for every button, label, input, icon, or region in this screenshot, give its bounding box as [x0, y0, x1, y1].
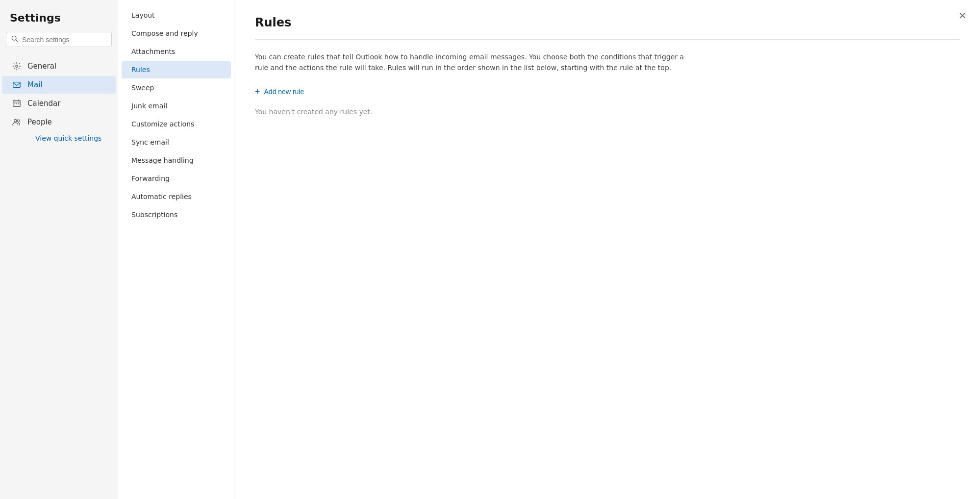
add-rule-label: Add new rule [264, 88, 304, 96]
subnav-item-message-handling[interactable]: Message handling [122, 151, 231, 169]
subnav-item-automatic-replies[interactable]: Automatic replies [122, 188, 231, 205]
gear-icon [12, 61, 22, 71]
add-new-rule-button[interactable]: + Add new rule [255, 85, 304, 98]
subnav-item-junk-email[interactable]: Junk email [122, 97, 231, 115]
sidebar-item-people-label: People [27, 118, 52, 126]
svg-point-9 [17, 120, 20, 122]
sidebar-item-mail[interactable]: Mail [2, 76, 116, 94]
sidebar-item-mail-label: Mail [27, 80, 42, 89]
search-input[interactable] [22, 36, 106, 44]
svg-rect-7 [18, 103, 19, 104]
empty-state-text: You haven't created any rules yet. [255, 108, 960, 116]
subnav-item-sweep[interactable]: Sweep [122, 79, 231, 97]
svg-rect-6 [16, 103, 17, 104]
subnav-item-attachments[interactable]: Attachments [122, 43, 231, 60]
subnav-item-subscriptions[interactable]: Subscriptions [122, 206, 231, 224]
sidebar-item-calendar-label: Calendar [27, 99, 60, 108]
svg-point-2 [16, 65, 18, 68]
subnav-item-compose-reply[interactable]: Compose and reply [122, 25, 231, 42]
sidebar-item-general[interactable]: General [2, 57, 116, 75]
sidebar-item-general-label: General [27, 62, 56, 71]
calendar-icon [12, 99, 22, 108]
page-title: Rules [255, 16, 960, 29]
subnav-item-layout[interactable]: Layout [122, 6, 231, 24]
close-button[interactable]: ✕ [955, 8, 970, 24]
settings-title: Settings [0, 12, 118, 32]
people-icon [12, 117, 22, 127]
sidebar: Settings General Mail [0, 0, 118, 499]
main-content: ✕ Rules You can create rules that tell O… [235, 0, 980, 499]
sidebar-item-people[interactable]: People [2, 113, 116, 131]
subnav-item-rules[interactable]: Rules [122, 61, 231, 78]
svg-rect-5 [15, 103, 16, 104]
divider [255, 39, 960, 40]
search-box[interactable] [6, 32, 112, 47]
svg-line-1 [16, 40, 18, 42]
search-icon [11, 35, 18, 44]
rules-description: You can create rules that tell Outlook h… [255, 51, 696, 74]
subnav: Layout Compose and reply Attachments Rul… [118, 0, 235, 499]
svg-point-8 [14, 120, 17, 122]
mail-icon [12, 80, 22, 90]
subnav-item-forwarding[interactable]: Forwarding [122, 170, 231, 187]
sidebar-item-calendar[interactable]: Calendar [2, 95, 116, 112]
subnav-item-sync-email[interactable]: Sync email [122, 133, 231, 151]
subnav-item-customize-actions[interactable]: Customize actions [122, 115, 231, 133]
plus-icon: + [255, 87, 260, 96]
svg-rect-3 [13, 82, 20, 88]
view-quick-settings-link[interactable]: View quick settings [25, 131, 118, 145]
